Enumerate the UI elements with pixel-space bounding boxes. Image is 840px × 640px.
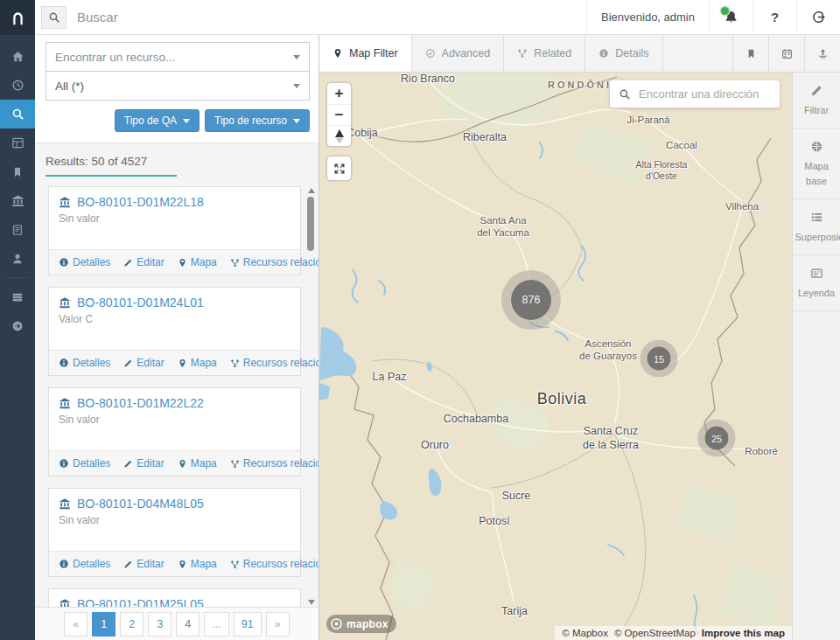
nav-profile-icon[interactable] [0,244,35,273]
map-link[interactable]: Mapa [178,558,217,570]
results-scrollbar[interactable] [307,188,316,605]
calendar-icon [781,48,793,59]
resource-search-select[interactable]: Encontrar un recurso... [46,42,310,72]
resource-link[interactable]: BO-80101-D01M22L18 [59,195,290,209]
graph-filter-value: All (*) [55,80,84,93]
map-link[interactable]: Mapa [178,256,217,268]
tool-overlays[interactable]: Superposición [793,199,840,255]
zoom-in-button[interactable]: + [327,83,351,104]
scroll-down-icon[interactable] [308,600,315,605]
resource-type-label: Tipo de recurso [214,115,287,127]
page-button[interactable]: 4 [176,612,200,637]
related-resources-link[interactable]: Recursos relacionados [230,558,318,570]
resource-link[interactable]: BO-80101-D01M22L22 [59,396,290,410]
details-link[interactable]: Detalles [59,256,110,268]
time-filter-button[interactable] [768,35,804,72]
map-tools-panel: Filtrar Mapa base Superposición Ley [792,73,840,640]
search-icon[interactable] [41,6,66,29]
global-search-input[interactable] [77,10,340,24]
tool-legend[interactable]: Leyenda [793,255,840,311]
tab-details[interactable]: Details [585,35,662,72]
nav-home-icon[interactable] [0,42,35,71]
app-window: Bienvenido, admin ? Encontrar un recurso… [0,0,840,640]
nav-go-icon[interactable] [0,311,35,340]
details-link[interactable]: Detalles [59,457,110,470]
edit-link[interactable]: Editar [123,558,164,570]
expand-icon [333,163,346,175]
page-button[interactable]: 91 [234,612,262,637]
osm-attribution-link[interactable]: © OpenStreetMap [614,628,696,638]
resource-value: Sin valor [59,514,290,526]
map-pin-icon [178,459,187,469]
mapbox-wordmark: mapbox [346,618,388,630]
page-next-button[interactable]: » [266,612,290,637]
map-link[interactable]: Mapa [178,357,217,369]
layers-icon [810,211,823,224]
zoom-out-button[interactable]: − [327,104,351,125]
compass-button[interactable] [327,125,351,146]
north-arrow-icon [335,129,344,137]
mapbox-logo[interactable]: mapbox [326,615,396,633]
results-list[interactable]: BO-80101-D01M22L18 Sin valor Detalles Ed… [35,184,318,607]
related-resources-link[interactable]: Recursos relacionados [230,457,318,470]
saved-searches-button[interactable] [732,35,768,72]
nav-bookmark-icon[interactable] [0,157,35,186]
pagination: « 1 2 3 4 ... 91 » [35,607,318,640]
nav-cards-icon[interactable] [0,215,35,244]
fullscreen-button[interactable] [327,157,351,180]
tab-advanced[interactable]: Advanced [412,35,505,72]
related-resources-link[interactable]: Recursos relacionados [230,256,318,268]
search-icon [619,88,631,101]
tool-filter[interactable]: Filtrar [793,73,840,129]
qa-type-label: Tipo de QA [124,115,177,127]
map-cluster[interactable]: 876 [511,280,551,320]
resource-link[interactable]: BO-80101-D04M48L05 [59,497,290,511]
map-cluster[interactable]: 25 [705,427,729,450]
geocoder-input[interactable] [639,87,771,101]
page-button[interactable]: 3 [148,612,172,637]
mapbox-attribution-link[interactable]: © Mapbox [562,628,608,638]
improve-map-link[interactable]: Improve this map [702,628,785,638]
qa-type-button[interactable]: Tipo de QA [115,109,200,132]
arches-logo[interactable] [0,0,35,35]
filter-buttons: Tipo de QA Tipo de recurso [35,101,318,143]
page-button[interactable]: 1 [92,612,116,637]
resource-type-button[interactable]: Tipo de recurso [205,109,310,132]
related-resources-link[interactable]: Recursos relacionados [230,357,318,369]
map-place-label: Rio Branco [401,73,455,87]
page-button[interactable]: 2 [120,612,144,637]
map-link[interactable]: Mapa [178,457,217,470]
tool-basemap[interactable]: Mapa base [793,129,840,199]
bookmark-icon [746,48,757,59]
export-button[interactable] [804,35,840,72]
scroll-up-icon[interactable] [308,188,315,193]
pencil-icon [123,358,133,368]
nav-recent-icon[interactable] [0,71,35,100]
notifications-button[interactable] [709,0,752,34]
page-prev-button[interactable]: « [64,612,88,637]
map-canvas[interactable]: Rio BrancoRONDÔNIACobijaRiberaltaJi-Para… [319,73,792,640]
nav-resources-icon[interactable] [0,186,35,215]
help-button[interactable]: ? [752,0,796,34]
nav-forms-icon[interactable] [0,129,35,157]
graph-filter-select[interactable]: All (*) [46,71,310,101]
edit-link[interactable]: Editar [123,357,164,369]
details-link[interactable]: Detalles [59,357,110,369]
details-link[interactable]: Detalles [59,558,110,570]
nav-manage-icon[interactable] [0,282,35,311]
resource-link[interactable]: BO-80101-D01M24L01 [59,296,290,310]
nav-search-icon[interactable] [0,100,35,129]
resource-value: Sin valor [59,212,290,225]
pencil-icon [123,459,133,469]
edit-link[interactable]: Editar [123,256,164,268]
tab-map-filter[interactable]: Map Filter [319,35,412,72]
scrollbar-thumb[interactable] [307,197,314,251]
logout-button[interactable] [796,0,840,34]
resource-value: Valor C [59,313,290,325]
resource-link[interactable]: BO-80101-D01M25L05 [59,597,290,607]
map-cluster[interactable]: 15 [648,347,671,371]
edit-link[interactable]: Editar [123,457,164,470]
export-icon [817,48,829,59]
card-body: BO-80101-D04M48L05 Sin valor [49,489,300,551]
tab-related[interactable]: Related [504,35,585,72]
